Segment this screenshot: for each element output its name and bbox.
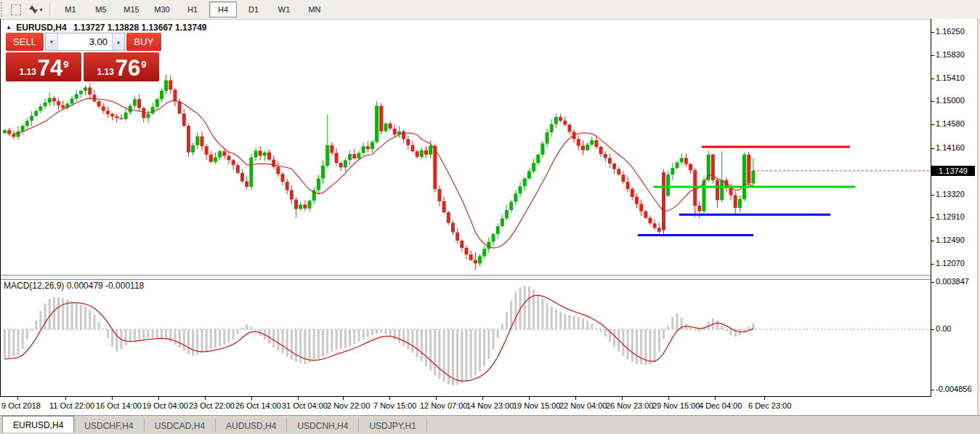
time-axis[interactable]: 9 Oct 201811 Oct 22:0016 Oct 14:0019 Oct… <box>0 397 980 415</box>
symbol-tab-eurusd[interactable]: EURUSD,H4 <box>2 416 74 433</box>
time-tick <box>17 397 18 400</box>
buy-price-tile[interactable]: 1.13 76 9 <box>84 52 159 81</box>
axis-tick <box>931 195 934 196</box>
axis-tick <box>931 79 934 79</box>
buy-price-sup: 9 <box>141 59 146 70</box>
toolbar-separator <box>49 2 52 17</box>
timeframe-button-h4[interactable]: H4 <box>209 1 237 17</box>
time-axis-label: 11 Oct 22:00 <box>49 401 94 410</box>
time-tick <box>529 397 530 400</box>
price-axis-label: 1.13320 <box>936 190 965 198</box>
chart-title: ▲ EURUSD,H4 1.13727 1.13828 1.13667 1.13… <box>6 23 206 33</box>
axis-tick <box>931 148 934 149</box>
time-axis-label: 14 Nov 23:00 <box>466 401 514 410</box>
price-axis-label: 1.12070 <box>936 259 965 268</box>
sell-button[interactable]: SELL <box>6 33 44 51</box>
time-tick <box>343 397 344 400</box>
axis-tick <box>931 282 934 283</box>
sell-price-small: 1.13 <box>19 67 36 77</box>
time-axis-label: 9 Oct 2018 <box>1 401 41 410</box>
time-axis-label: 26 Oct 14:00 <box>235 401 281 410</box>
symbol-title: EURUSD,H4 <box>16 23 66 33</box>
time-axis-label: 4 Dec 04:00 <box>699 401 742 410</box>
timeframe-button-m15[interactable]: M15 <box>118 1 145 17</box>
indicator-arrows-icon[interactable]: ▾ <box>26 3 45 16</box>
time-axis-label: 31 Oct 04:00 <box>282 401 328 410</box>
timeframe-button-m5[interactable]: M5 <box>87 1 115 17</box>
timeframe-button-h1[interactable]: H1 <box>179 1 206 17</box>
buy-price-small: 1.13 <box>97 67 113 77</box>
toolbar: ▾ M1M5M15M30H1H4D1W1MN <box>0 0 980 20</box>
volume-stepper: ▾ ▴ <box>45 33 125 51</box>
time-axis-label: 23 Oct 22:00 <box>189 401 235 410</box>
volume-decrease-button[interactable]: ▾ <box>46 33 58 50</box>
window-right-edge <box>977 19 980 415</box>
symbol-tab-bar: EURUSD,H4USDCHF,H4USDCAD,H4AUDUSD,H4USDC… <box>0 415 980 433</box>
timeframe-button-mn[interactable]: MN <box>301 1 328 17</box>
symbol-tab-usdchf[interactable]: USDCHF,H4 <box>74 418 144 433</box>
time-tick <box>575 397 576 400</box>
timeframe-button-group: M1M5M15M30H1H4D1W1MN <box>55 1 330 17</box>
volume-increase-button[interactable]: ▴ <box>112 33 124 50</box>
time-tick <box>764 397 765 400</box>
axis-tick <box>931 241 934 241</box>
macd-axis-label: -0.004856 <box>936 385 972 393</box>
price-axis-label: 1.15830 <box>936 50 965 59</box>
timeframe-button-m1[interactable]: M1 <box>57 1 84 17</box>
chart-window-icon[interactable] <box>9 3 23 16</box>
time-axis-label: 7 Nov 15:00 <box>373 401 416 410</box>
buy-button[interactable]: BUY <box>126 33 161 51</box>
plot-left-border <box>0 19 1 396</box>
price-axis-label: 1.15000 <box>936 96 965 105</box>
axis-tick <box>931 55 934 56</box>
symbol-tab-usdcad[interactable]: USDCAD,H4 <box>145 418 216 433</box>
price-axis-label: 1.12490 <box>936 236 965 244</box>
symbol-tab-usdcnh[interactable]: USDCNH,H4 <box>287 418 359 433</box>
time-axis-label: 2 Nov 22:00 <box>327 401 370 410</box>
time-tick <box>112 397 113 400</box>
price-axis-label: 1.14580 <box>936 119 965 128</box>
time-tick <box>298 397 299 400</box>
price-axis-label: 1.14160 <box>936 143 965 152</box>
time-axis-label: 22 Nov 04:00 <box>559 401 607 410</box>
timeframe-button-d1[interactable]: D1 <box>240 1 267 17</box>
volume-input[interactable] <box>58 33 112 50</box>
dropdown-caret-icon: ▾ <box>39 7 42 13</box>
time-tick <box>482 397 483 400</box>
current-price-tag: 1.13749 <box>931 166 975 176</box>
axis-tick <box>931 390 934 390</box>
time-axis-label: 19 Oct 04:00 <box>142 401 188 410</box>
time-axis-label: 12 Nov 07:00 <box>420 401 467 410</box>
price-axis[interactable]: 1.162501.158301.154101.150001.145801.141… <box>931 19 976 396</box>
timeframe-button-w1[interactable]: W1 <box>270 1 298 17</box>
time-tick <box>205 397 206 400</box>
time-axis-label: 29 Nov 15:00 <box>652 401 700 410</box>
sell-price-tile[interactable]: 1.13 74 9 <box>6 52 81 81</box>
symbol-tab-usdjpy[interactable]: USDJPY,H1 <box>359 418 426 433</box>
time-tick <box>389 397 390 400</box>
timeframe-button-m30[interactable]: M30 <box>148 1 176 17</box>
time-axis-label: 19 Nov 15:00 <box>513 401 560 410</box>
ohlc-values: 1.13727 1.13828 1.13667 1.13749 <box>73 23 207 33</box>
time-tick <box>436 397 437 400</box>
time-tick <box>668 397 669 400</box>
time-tick <box>251 397 252 400</box>
time-axis-label: 26 Nov 23:00 <box>606 401 653 410</box>
collapse-triangle-icon[interactable]: ▲ <box>6 24 12 31</box>
sell-price-sup: 9 <box>63 59 68 70</box>
time-tick <box>65 397 66 400</box>
macd-axis-label: 0.00 <box>936 324 951 333</box>
trading-platform-window: ▾ M1M5M15M30H1H4D1W1MN ▲ EURUSD,H4 1.137… <box>0 0 980 434</box>
macd-indicator-label: MACD(12,26,9) 0.000479 -0.000118 <box>4 281 144 291</box>
axis-tick <box>931 329 934 330</box>
toolbar-grip[interactable] <box>1 2 5 17</box>
price-axis-label: 1.12910 <box>936 212 965 221</box>
time-tick <box>158 397 159 400</box>
time-tick <box>622 397 623 400</box>
macd-canvas[interactable] <box>0 278 931 396</box>
axis-tick <box>931 101 934 102</box>
symbol-tab-audusd[interactable]: AUDUSD,H4 <box>216 418 287 433</box>
buy-price-big: 76 <box>116 57 140 80</box>
axis-tick <box>931 217 934 218</box>
price-axis-label: 1.16250 <box>936 27 965 36</box>
